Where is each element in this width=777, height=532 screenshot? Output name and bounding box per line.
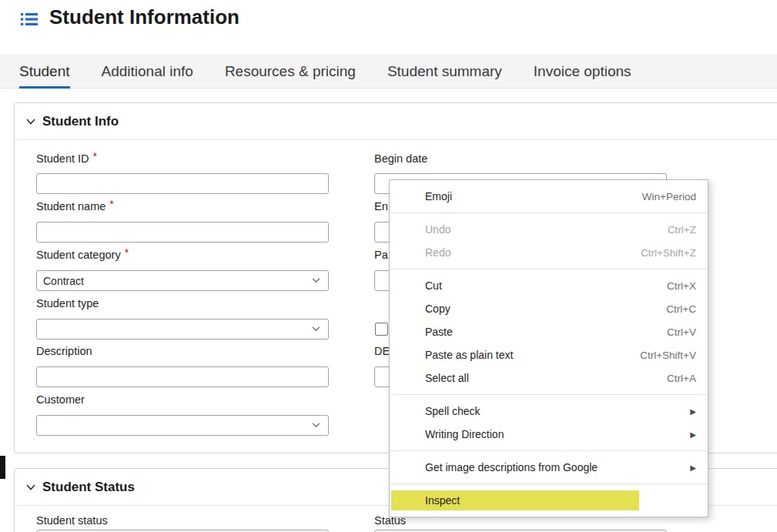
- shortcut-label: Ctrl+X: [667, 280, 696, 292]
- list-menu-icon[interactable]: [20, 10, 39, 28]
- menu-item-copy[interactable]: Copy Ctrl+C: [390, 297, 708, 320]
- customer-select[interactable]: [36, 415, 329, 436]
- tab-student-summary[interactable]: Student summary: [387, 54, 502, 89]
- context-menu: Emoji Win+Period Undo Ctrl+Z Redo Ctrl+S…: [389, 179, 708, 517]
- menu-item-undo[interactable]: Undo Ctrl+Z: [390, 218, 708, 241]
- menu-item-emoji[interactable]: Emoji Win+Period: [390, 185, 708, 208]
- student-info-section-header[interactable]: Student Info: [15, 103, 777, 140]
- menu-item-inspect[interactable]: Inspect: [390, 489, 708, 512]
- section-title: Student Info: [42, 114, 119, 129]
- customer-label: Customer: [36, 393, 85, 407]
- menu-item-writing-direction[interactable]: Writing Direction ▶: [390, 423, 708, 446]
- student-category-label: Student category*: [36, 248, 129, 262]
- required-asterisk: *: [125, 246, 129, 259]
- end-date-label-partial: En: [374, 199, 388, 213]
- menu-separator: [390, 394, 708, 395]
- menu-item-image-descriptions[interactable]: Get image descriptions from Google ▶: [390, 456, 708, 479]
- description-input[interactable]: [36, 366, 329, 387]
- page-header: Student Information: [0, 0, 777, 54]
- shortcut-label: Ctrl+A: [667, 373, 696, 384]
- left-edge-marker: [0, 456, 5, 479]
- de-label-partial: DE: [374, 344, 390, 358]
- student-id-label: Student ID*: [36, 152, 97, 166]
- student-id-input[interactable]: [36, 173, 329, 194]
- student-name-label: Student name*: [36, 199, 114, 213]
- shortcut-label: Ctrl+C: [666, 303, 696, 315]
- description-label: Description: [36, 344, 92, 358]
- menu-separator: [390, 483, 708, 484]
- menu-separator: [390, 269, 708, 269]
- student-type-select[interactable]: [36, 319, 329, 340]
- menu-item-select-all[interactable]: Select all Ctrl+A: [390, 366, 708, 390]
- menu-separator: [390, 450, 708, 451]
- required-asterisk: *: [93, 150, 97, 162]
- chevron-down-icon: [312, 278, 320, 283]
- section-title: Student Status: [42, 480, 135, 495]
- chevron-down-icon: [26, 119, 35, 125]
- menu-item-paste[interactable]: Paste Ctrl+V: [390, 320, 708, 343]
- begin-date-label: Begin date: [374, 152, 427, 166]
- tab-invoice-options[interactable]: Invoice options: [534, 54, 631, 89]
- chevron-down-icon: [312, 423, 320, 428]
- selected-value: Contract: [43, 275, 312, 287]
- shortcut-label: Ctrl+Z: [668, 224, 696, 236]
- student-type-label: Student type: [36, 296, 99, 310]
- submenu-arrow-icon: ▶: [690, 430, 696, 439]
- student-category-select[interactable]: Contract: [36, 270, 329, 291]
- shortcut-label: Ctrl+V: [667, 326, 696, 338]
- shortcut-label: Ctrl+Shift+V: [640, 350, 696, 361]
- menu-item-spell-check[interactable]: Spell check ▶: [390, 400, 708, 423]
- menu-separator: [390, 212, 708, 213]
- checkbox[interactable]: [375, 323, 388, 336]
- chevron-down-icon: [26, 484, 35, 490]
- menu-item-cut[interactable]: Cut Ctrl+X: [390, 274, 708, 297]
- student-name-input[interactable]: [36, 222, 329, 243]
- tab-additional-info[interactable]: Additional info: [102, 54, 193, 89]
- shortcut-label: Win+Period: [642, 191, 696, 202]
- shortcut-label: Ctrl+Shift+Z: [641, 247, 696, 259]
- submenu-arrow-icon: ▶: [690, 463, 696, 472]
- tab-resources-pricing[interactable]: Resources & pricing: [225, 54, 356, 89]
- required-asterisk: *: [109, 198, 113, 210]
- page-title: Student Information: [49, 5, 239, 29]
- chevron-down-icon: [312, 326, 320, 332]
- parent-label-partial: Pa: [374, 248, 388, 262]
- menu-item-redo[interactable]: Redo Ctrl+Shift+Z: [390, 241, 708, 264]
- tab-bar: Student Additional info Resources & pric…: [0, 54, 777, 89]
- student-status-label: Student status: [36, 514, 108, 527]
- student-information-page: Student Information Student Additional i…: [0, 0, 777, 532]
- menu-item-paste-plain[interactable]: Paste as plain text Ctrl+Shift+V: [390, 343, 708, 366]
- submenu-arrow-icon: ▶: [690, 407, 696, 416]
- tab-student[interactable]: Student: [19, 54, 70, 89]
